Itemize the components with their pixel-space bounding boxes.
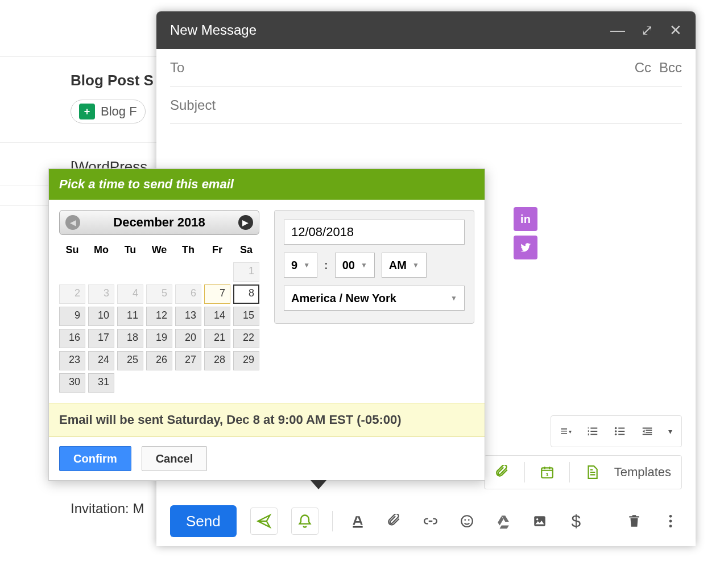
subject-field[interactable]: Subject — [170, 86, 682, 124]
time-colon: : — [324, 259, 328, 272]
templates-icon[interactable] — [585, 465, 599, 480]
twitter-icon[interactable] — [514, 236, 537, 259]
link-icon[interactable] — [419, 514, 442, 529]
reminder-icon[interactable] — [291, 508, 318, 535]
calendar-day[interactable]: 8 — [233, 284, 259, 304]
calendar-day[interactable]: 25 — [117, 351, 143, 370]
cancel-button[interactable]: Cancel — [142, 446, 208, 471]
sheets-icon: + — [79, 104, 95, 119]
calendar-day[interactable]: 19 — [146, 329, 172, 348]
drive-icon[interactable] — [492, 514, 515, 529]
calendar-day[interactable]: 29 — [233, 351, 259, 370]
svg-rect-9 — [534, 516, 545, 526]
calendar-day[interactable]: 31 — [88, 373, 114, 393]
calendar-dow: Fr — [204, 241, 230, 259]
calendar-day — [117, 373, 143, 393]
bulleted-list-icon[interactable] — [614, 425, 626, 438]
picker-header: Pick a time to send this email — [49, 169, 485, 200]
attachment-icon[interactable] — [383, 514, 406, 529]
calendar: ◀ December 2018 ▶ SuMoTuWeThFrSa12345678… — [59, 210, 259, 393]
text-format-icon[interactable] — [346, 514, 369, 529]
calendar-day: 6 — [175, 284, 201, 304]
attach-icon[interactable] — [495, 465, 510, 480]
compose-title: New Message — [170, 22, 610, 38]
align-icon[interactable]: ≡ ▾ — [560, 424, 572, 439]
calendar-day[interactable]: 13 — [175, 307, 201, 326]
date-input[interactable] — [284, 220, 465, 245]
subject-label: Subject — [170, 97, 216, 113]
send-button[interactable]: Send — [170, 505, 237, 537]
calendar-day[interactable]: 20 — [175, 329, 201, 348]
calendar-day[interactable]: 24 — [88, 351, 114, 370]
calendar-day[interactable]: 22 — [233, 329, 259, 348]
attach-toolbar: 1 Templates — [484, 455, 682, 489]
calendar-day[interactable]: 16 — [59, 329, 85, 348]
calendar-day[interactable]: 7 — [204, 284, 230, 304]
svg-point-2 — [615, 434, 617, 436]
to-field[interactable]: To Cc Bcc — [170, 49, 682, 86]
minute-dropdown[interactable]: 00▼ — [335, 253, 375, 278]
calendar-day: 1 — [233, 262, 259, 282]
svg-point-11 — [669, 515, 672, 518]
thread-heading: Blog Post S — [71, 72, 159, 89]
emoji-icon[interactable] — [456, 514, 478, 529]
calendar-day[interactable]: 28 — [204, 351, 230, 370]
svg-point-0 — [615, 427, 617, 430]
schedule-picker: Pick a time to send this email ◀ Decembe… — [48, 168, 485, 481]
compose-header: New Message — ⤢ ✕ — [156, 11, 696, 49]
more-format-icon[interactable]: ▾ — [668, 427, 672, 436]
calendar-day — [175, 373, 201, 393]
minimize-icon[interactable]: — — [610, 22, 625, 39]
image-icon[interactable] — [528, 514, 551, 529]
calendar-day[interactable]: 21 — [204, 329, 230, 348]
close-icon[interactable]: ✕ — [669, 22, 682, 39]
calendar-day — [117, 262, 143, 282]
more-icon[interactable] — [659, 514, 682, 529]
confirm-button[interactable]: Confirm — [59, 446, 131, 471]
bcc-link[interactable]: Bcc — [659, 60, 682, 76]
format-toolbar: ≡ ▾ ▾ — [551, 415, 682, 447]
svg-point-8 — [468, 519, 470, 521]
next-month-icon[interactable]: ▶ — [238, 215, 253, 230]
linkedin-icon[interactable]: in — [514, 207, 537, 231]
compose-bottom-toolbar: Send $ — [156, 496, 696, 546]
calendar-day[interactable]: 11 — [117, 307, 143, 326]
timezone-dropdown[interactable]: America / New York▼ — [284, 286, 465, 311]
svg-point-1 — [615, 430, 617, 432]
calendar-day[interactable]: 17 — [88, 329, 114, 348]
calendar-day[interactable]: 27 — [175, 351, 201, 370]
outdent-icon[interactable] — [641, 425, 653, 438]
calendar-day[interactable]: 26 — [146, 351, 172, 370]
invitation-row: Invitation: M — [71, 501, 144, 517]
numbered-list-icon[interactable] — [586, 425, 599, 438]
prev-month-icon[interactable]: ◀ — [65, 215, 80, 230]
calendar-day[interactable]: 23 — [59, 351, 85, 370]
cc-link[interactable]: Cc — [635, 60, 651, 76]
hour-dropdown[interactable]: 9▼ — [284, 253, 317, 278]
svg-point-13 — [669, 525, 672, 527]
expand-icon[interactable]: ⤢ — [641, 22, 653, 39]
send-later-icon[interactable] — [250, 508, 278, 535]
calendar-day — [233, 373, 259, 393]
calendar-month-label: December 2018 — [113, 215, 205, 230]
svg-point-12 — [669, 520, 672, 523]
money-icon[interactable]: $ — [565, 512, 588, 531]
calendar-day[interactable]: 9 — [59, 307, 85, 326]
calendar-day[interactable]: 10 — [88, 307, 114, 326]
calendar-day[interactable]: 18 — [117, 329, 143, 348]
calendar-day[interactable]: 14 — [204, 307, 230, 326]
picker-pointer-icon — [311, 480, 326, 489]
sheets-attachment-chip[interactable]: + Blog F — [71, 100, 146, 123]
calendar-day: 4 — [117, 284, 143, 304]
calendar-icon[interactable]: 1 — [540, 465, 555, 480]
picker-footer: Confirm Cancel — [49, 437, 485, 480]
calendar-day[interactable]: 30 — [59, 373, 85, 393]
calendar-dow: Th — [175, 241, 201, 259]
calendar-day[interactable]: 15 — [233, 307, 259, 326]
ampm-dropdown[interactable]: AM▼ — [382, 253, 427, 278]
calendar-day — [204, 373, 230, 393]
calendar-day[interactable]: 12 — [146, 307, 172, 326]
trash-icon[interactable] — [623, 514, 646, 529]
time-controls: 9▼ : 00▼ AM▼ America / New York▼ — [274, 210, 474, 324]
templates-label[interactable]: Templates — [614, 465, 671, 480]
